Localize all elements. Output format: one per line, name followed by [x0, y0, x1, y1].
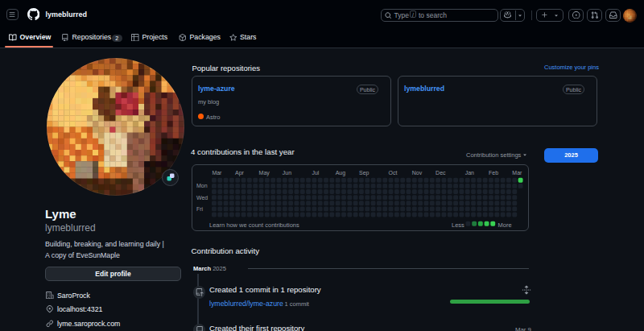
- svg-text:Jan: Jan: [465, 170, 474, 176]
- svg-text:May: May: [259, 170, 270, 176]
- svg-text:Sep: Sep: [359, 170, 369, 176]
- svg-text:Dec: Dec: [436, 170, 446, 176]
- svg-text:Mar: Mar: [212, 170, 222, 176]
- svg-text:Jul: Jul: [312, 170, 319, 176]
- svg-text:Mar: Mar: [512, 170, 522, 176]
- svg-text:Oct: Oct: [389, 170, 398, 176]
- svg-text:Fri: Fri: [196, 206, 204, 212]
- svg-text:Jun: Jun: [283, 170, 291, 176]
- svg-text:Nov: Nov: [412, 170, 423, 176]
- svg-text:Feb: Feb: [489, 170, 498, 176]
- svg-text:Wed: Wed: [196, 195, 208, 201]
- svg-text:Aug: Aug: [336, 170, 346, 176]
- svg-text:Apr: Apr: [235, 170, 245, 176]
- svg-text:Mon: Mon: [196, 183, 208, 188]
